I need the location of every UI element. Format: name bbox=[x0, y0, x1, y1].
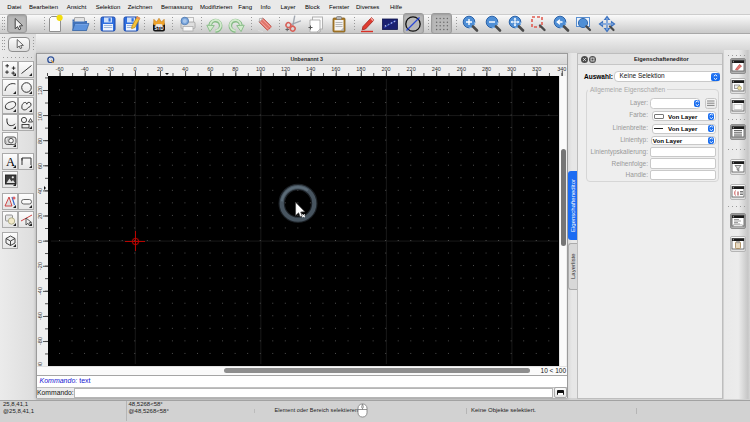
svg-text:STD: STD bbox=[154, 26, 164, 31]
